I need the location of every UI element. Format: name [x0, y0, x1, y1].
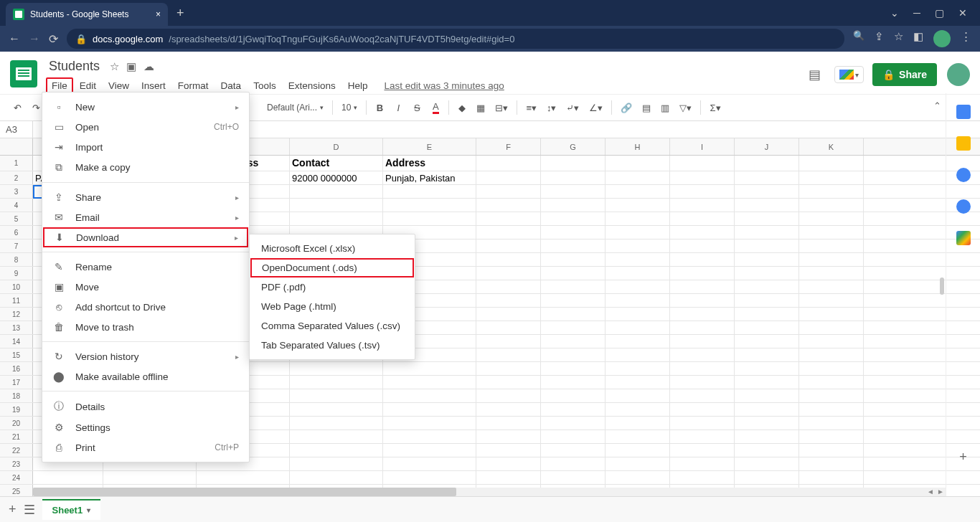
cell[interactable]	[606, 171, 670, 184]
cell[interactable]	[290, 471, 383, 484]
back-button[interactable]: ←	[9, 32, 20, 45]
cell[interactable]	[290, 199, 383, 212]
file-new[interactable]: ▫New▸	[42, 97, 249, 117]
insert-chart-button[interactable]: ▥	[656, 100, 674, 116]
cell[interactable]	[476, 156, 541, 171]
cell[interactable]	[383, 444, 476, 457]
insert-comment-button[interactable]: ▤	[638, 100, 655, 116]
cell[interactable]	[476, 212, 541, 225]
cell[interactable]	[541, 335, 606, 348]
cell[interactable]	[735, 267, 799, 280]
bold-button[interactable]: B	[371, 100, 388, 116]
cell[interactable]	[383, 362, 476, 375]
cell[interactable]	[670, 239, 735, 252]
tab-close-icon[interactable]: ×	[156, 9, 161, 19]
cell[interactable]	[670, 212, 735, 225]
cell[interactable]	[290, 185, 383, 198]
file-make-copy[interactable]: ⧉Make a copy	[42, 157, 249, 178]
document-title[interactable]: Students	[46, 57, 103, 75]
cell[interactable]	[735, 362, 799, 375]
download-csv[interactable]: Comma Separated Values (.csv)	[250, 316, 415, 336]
cell[interactable]: 92000 0000000	[290, 171, 383, 184]
cell[interactable]	[735, 403, 799, 416]
cell[interactable]	[541, 362, 606, 375]
filter-button[interactable]: ▽▾	[675, 100, 696, 116]
file-rename[interactable]: ✎Rename	[42, 257, 249, 277]
download-xlsx[interactable]: Microsoft Excel (.xlsx)	[250, 239, 415, 258]
font-size-select[interactable]: 10 ▾	[337, 100, 362, 115]
cell[interactable]	[735, 321, 799, 334]
cell[interactable]	[606, 444, 670, 457]
cell[interactable]	[476, 444, 541, 457]
cell[interactable]	[799, 280, 864, 293]
cell[interactable]	[670, 267, 735, 280]
text-rotation-button[interactable]: ∠▾	[585, 100, 607, 116]
column-header[interactable]: F	[476, 138, 541, 155]
row-header[interactable]: 14	[0, 335, 33, 348]
vertical-scrollbar[interactable]	[940, 277, 944, 295]
cell[interactable]	[735, 253, 799, 266]
bookmark-icon[interactable]: ☆	[894, 30, 903, 47]
column-header[interactable]: J	[735, 138, 799, 155]
cell[interactable]	[541, 212, 606, 225]
sheets-logo-icon[interactable]	[10, 60, 37, 87]
cell[interactable]	[541, 294, 606, 307]
cell[interactable]	[799, 403, 864, 416]
row-header[interactable]: 5	[0, 212, 33, 225]
cell[interactable]	[606, 156, 670, 171]
cell[interactable]	[290, 444, 383, 457]
cell[interactable]	[799, 185, 864, 198]
cell[interactable]	[670, 348, 735, 361]
cell[interactable]	[290, 376, 383, 389]
cell[interactable]	[799, 199, 864, 212]
name-box[interactable]: A3	[0, 121, 33, 138]
cell[interactable]	[541, 199, 606, 212]
file-settings[interactable]: ⚙Settings	[42, 417, 249, 437]
reload-button[interactable]: ⟳	[49, 32, 58, 46]
cell[interactable]	[606, 471, 670, 484]
cell[interactable]	[541, 226, 606, 239]
row-header[interactable]: 19	[0, 403, 33, 416]
cell[interactable]	[476, 226, 541, 239]
functions-button[interactable]: Σ▾	[705, 100, 725, 116]
cell[interactable]	[541, 156, 606, 171]
cell[interactable]	[670, 403, 735, 416]
cell[interactable]	[541, 389, 606, 402]
cell[interactable]	[476, 294, 541, 307]
cell[interactable]	[606, 226, 670, 239]
cell[interactable]	[606, 348, 670, 361]
chevron-down-icon[interactable]: ⌄	[890, 7, 899, 19]
menu-tools[interactable]: Tools	[248, 77, 282, 94]
cell[interactable]	[670, 321, 735, 334]
cell[interactable]	[735, 156, 799, 171]
cell[interactable]	[735, 471, 799, 484]
cell[interactable]	[670, 430, 735, 443]
cell[interactable]	[606, 321, 670, 334]
cell[interactable]	[476, 253, 541, 266]
file-email[interactable]: ✉Email▸	[42, 207, 249, 227]
row-header[interactable]: 4	[0, 199, 33, 212]
row-header[interactable]: 15	[0, 348, 33, 361]
cell[interactable]	[476, 321, 541, 334]
file-download[interactable]: ⬇Download▸	[43, 227, 248, 247]
cell[interactable]	[383, 376, 476, 389]
cell[interactable]	[541, 239, 606, 252]
cell[interactable]	[476, 389, 541, 402]
merge-cells-button[interactable]: ⊟▾	[491, 100, 512, 116]
cell[interactable]	[799, 430, 864, 443]
cell[interactable]	[383, 185, 476, 198]
cell[interactable]	[476, 471, 541, 484]
cell[interactable]	[670, 471, 735, 484]
cell[interactable]	[735, 212, 799, 225]
add-sheet-button[interactable]: +	[9, 502, 17, 517]
file-add-shortcut[interactable]: ⎋Add shortcut to Drive	[42, 297, 249, 317]
meet-button[interactable]: ▾	[834, 66, 864, 83]
cell[interactable]	[606, 253, 670, 266]
cell[interactable]	[103, 471, 197, 484]
select-all-corner[interactable]	[0, 138, 33, 155]
cell[interactable]	[606, 199, 670, 212]
cell[interactable]	[541, 348, 606, 361]
browser-profile-avatar[interactable]	[933, 30, 951, 47]
cell[interactable]	[799, 335, 864, 348]
cell[interactable]	[735, 308, 799, 321]
